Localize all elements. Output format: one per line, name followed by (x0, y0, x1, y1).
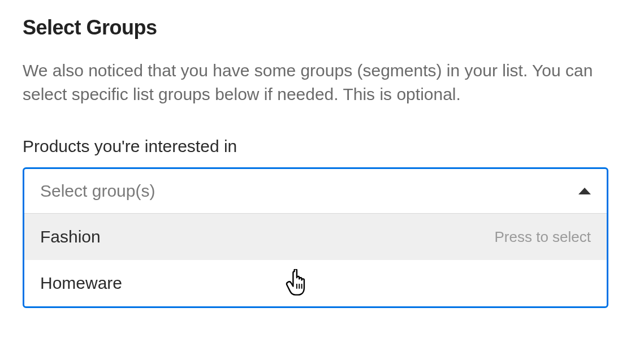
option-hint: Press to select (494, 228, 591, 246)
field-label: Products you're interested in (23, 137, 608, 156)
dropdown-options-list: Fashion Press to select Homeware (24, 214, 607, 306)
option-label: Fashion (40, 227, 101, 246)
caret-up-icon (578, 188, 591, 194)
dropdown-option-fashion[interactable]: Fashion Press to select (24, 214, 607, 260)
groups-dropdown[interactable]: Select group(s) Fashion Press to select … (23, 167, 608, 308)
section-description: We also noticed that you have some group… (23, 59, 608, 106)
dropdown-option-homeware[interactable]: Homeware (24, 260, 607, 306)
section-heading: Select Groups (23, 16, 608, 40)
dropdown-header[interactable]: Select group(s) (24, 169, 607, 214)
option-label: Homeware (40, 274, 122, 293)
dropdown-placeholder: Select group(s) (40, 181, 155, 201)
